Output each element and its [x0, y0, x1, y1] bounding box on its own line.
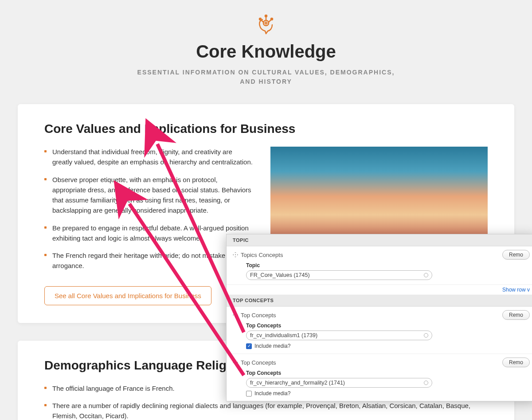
remove-button[interactable]: Remo — [502, 250, 530, 260]
remove-button[interactable]: Remo — [502, 358, 530, 367]
dropdown-indicator-icon — [424, 333, 428, 338]
panel-row-tc1: Top Concepts Remo Top Concepts fr_cv_ind… — [227, 307, 532, 354]
show-row-link[interactable]: Show row v — [227, 285, 532, 295]
list-item: There are a number of rapidly declining … — [44, 401, 488, 420]
move-icon[interactable] — [233, 312, 238, 318]
list-item: Understand that individual freedom, dign… — [44, 147, 253, 167]
svg-point-4 — [271, 18, 273, 20]
see-all-button[interactable]: See all Core Values and Implications for… — [44, 286, 211, 305]
list-item: Be prepared to engage in respectful deba… — [44, 223, 253, 244]
include-media-label: Include media? — [254, 343, 290, 349]
tc-input[interactable]: fr_cv_individualism1 (1739) — [246, 331, 432, 340]
panel-section-topic: TOPIC — [227, 234, 532, 246]
list-item: The French regard their heritage with pr… — [44, 250, 253, 271]
topics-concepts-label: Topics Concepts — [241, 252, 283, 258]
admin-panel: TOPIC Topics Concepts Remo Topic FR_Core… — [226, 234, 532, 401]
include-media-label: Include media? — [254, 390, 290, 397]
list-item: Observe proper etiquette, with an emphas… — [44, 175, 253, 216]
page-title: Core Knowledge — [0, 42, 532, 62]
tc-label: Top Concepts — [246, 370, 530, 376]
brain-logo-icon — [254, 13, 278, 38]
card-title: Core Values and Implications for Busines… — [44, 122, 488, 136]
move-icon[interactable] — [233, 252, 238, 257]
page-subtitle: ESSENTIAL INFORMATION ON CULTURAL VALUES… — [133, 68, 399, 86]
include-media-checkbox[interactable]: ✓ — [246, 343, 252, 349]
tc-input[interactable]: fr_cv_hierarchy_and_formality2 (1741) — [246, 378, 432, 388]
panel-section-top-concepts: TOP CONCEPTS — [227, 295, 532, 307]
tc-value: fr_cv_hierarchy_and_formality2 (1741) — [250, 380, 345, 386]
move-icon[interactable] — [233, 360, 238, 365]
svg-point-6 — [259, 18, 261, 20]
dropdown-indicator-icon — [424, 273, 428, 277]
tc-label: Top Concepts — [246, 323, 530, 329]
topic-input[interactable]: FR_Core_Values (1745) — [246, 270, 432, 280]
tc-value: fr_cv_individualism1 (1739) — [250, 332, 317, 338]
panel-row-tc2: Top Concepts Remo Top Concepts fr_cv_hie… — [227, 354, 532, 401]
include-media-checkbox[interactable] — [246, 391, 252, 397]
topic-value: FR_Core_Values (1745) — [250, 272, 310, 278]
tc-header-label: Top Concepts — [241, 312, 276, 319]
remove-button[interactable]: Remo — [502, 310, 530, 320]
dropdown-indicator-icon — [424, 381, 428, 385]
topic-label: Topic — [246, 262, 530, 268]
tc-header-label: Top Concepts — [241, 359, 276, 366]
bullet-list: Understand that individual freedom, dign… — [44, 147, 253, 271]
svg-point-2 — [265, 15, 267, 17]
panel-row-topic: Topics Concepts Remo Topic FR_Core_Value… — [227, 246, 532, 285]
